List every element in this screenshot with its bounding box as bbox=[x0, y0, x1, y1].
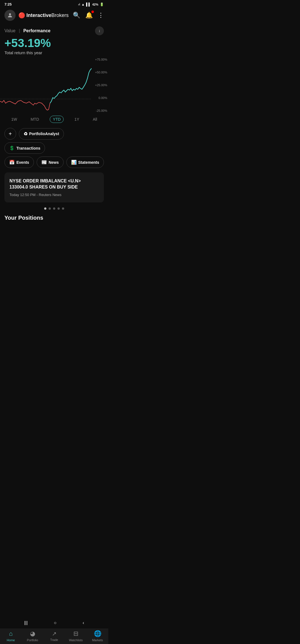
dot-1[interactable] bbox=[44, 207, 46, 210]
battery-icon: 🔋 bbox=[100, 3, 104, 6]
logo-flame-icon: 🔴 bbox=[18, 12, 25, 19]
y-label-50: +50.00% bbox=[92, 71, 107, 74]
notifications-button[interactable]: 🔔 bbox=[85, 12, 93, 19]
header-left: 🔴 InteractiveBrokers bbox=[4, 10, 69, 21]
svg-point-0 bbox=[9, 13, 11, 15]
logo-interactive: Interactive bbox=[26, 13, 51, 18]
time-all[interactable]: All bbox=[90, 116, 100, 123]
performance-label: Total return this year bbox=[4, 50, 104, 55]
app-header: 🔴 InteractiveBrokers 🔍 🔔 ⋮ bbox=[0, 8, 108, 24]
header-actions: 🔍 🔔 ⋮ bbox=[73, 12, 104, 19]
dot-2[interactable] bbox=[49, 207, 51, 210]
logo-brokers: Brokers bbox=[51, 13, 69, 18]
y-label-0: 0.00% bbox=[92, 96, 107, 100]
status-bar: 7:25 ⑁ ▲ ▌▌ 42% 🔋 bbox=[0, 0, 108, 8]
time-1w[interactable]: 1W bbox=[8, 116, 20, 123]
logo-text: InteractiveBrokers bbox=[26, 13, 69, 18]
dot-3[interactable] bbox=[53, 207, 55, 210]
perf-tabs: Value | Performance i bbox=[4, 26, 104, 35]
wifi-icon: ▲ bbox=[81, 3, 85, 6]
info-button[interactable]: i bbox=[95, 26, 104, 35]
news-button[interactable]: 📰 News bbox=[37, 157, 64, 168]
info-icon: i bbox=[99, 29, 100, 33]
portfolio-analyst-icon: ♻ bbox=[24, 131, 28, 137]
performance-value: +53.19% bbox=[4, 36, 104, 50]
status-icons: ⑁ ▲ ▌▌ 42% 🔋 bbox=[78, 3, 104, 6]
bluetooth-icon: ⑁ bbox=[78, 3, 80, 6]
tab-divider: | bbox=[19, 28, 20, 33]
time-1y[interactable]: 1Y bbox=[72, 116, 82, 123]
news-label: News bbox=[49, 160, 59, 165]
battery-level: 42% bbox=[92, 3, 98, 6]
notification-badge bbox=[91, 11, 94, 13]
tab-value[interactable]: Value bbox=[4, 28, 16, 33]
portfolio-analyst-button[interactable]: ♻ PortfolioAnalyst bbox=[19, 128, 64, 140]
add-button[interactable]: + bbox=[4, 128, 16, 140]
y-label-neg25: -25.00% bbox=[92, 109, 107, 112]
transactions-icon: 💲 bbox=[9, 145, 15, 151]
transactions-label: Transactions bbox=[16, 146, 40, 150]
events-icon: 📅 bbox=[9, 160, 15, 165]
action-row-1: + ♻ PortfolioAnalyst 💲 Transactions bbox=[0, 127, 108, 157]
time-ytd[interactable]: YTD bbox=[50, 116, 64, 123]
search-button[interactable]: 🔍 bbox=[73, 12, 80, 19]
signal-icon: ▌▌ bbox=[86, 3, 91, 6]
news-card[interactable]: NYSE ORDER IMBALANCE <U.N> 133004.0 SHAR… bbox=[4, 172, 104, 202]
performance-section: Value | Performance i +53.19% Total retu… bbox=[0, 24, 108, 55]
tab-performance[interactable]: Performance bbox=[23, 28, 51, 33]
portfolio-analyst-label: PortfolioAnalyst bbox=[29, 132, 59, 136]
news-title: NYSE ORDER IMBALANCE <U.N> 133004.0 SHAR… bbox=[9, 178, 99, 190]
y-label-25: +25.00% bbox=[92, 83, 107, 87]
y-label-75: +75.00% bbox=[92, 58, 107, 61]
time-range-selector: 1W MTD YTD 1Y All bbox=[0, 113, 108, 127]
news-icon: 📰 bbox=[41, 160, 47, 165]
positions-section-title: Your Positions bbox=[0, 214, 108, 224]
action-row-2: 📅 Events 📰 News 📊 Statements bbox=[0, 157, 108, 171]
pagination-dots bbox=[0, 205, 108, 214]
time-mtd[interactable]: MTD bbox=[28, 116, 42, 123]
dot-4[interactable] bbox=[58, 207, 60, 210]
performance-chart[interactable]: +75.00% +50.00% +25.00% 0.00% -25.00% bbox=[0, 57, 108, 113]
statements-button[interactable]: 📊 Statements bbox=[66, 157, 104, 168]
more-menu-button[interactable]: ⋮ bbox=[98, 12, 104, 19]
chart-y-labels: +75.00% +50.00% +25.00% 0.00% -25.00% bbox=[92, 57, 108, 113]
dot-5[interactable] bbox=[62, 207, 64, 210]
statements-label: Statements bbox=[78, 160, 99, 165]
transactions-button[interactable]: 💲 Transactions bbox=[4, 142, 45, 154]
events-label: Events bbox=[16, 160, 29, 165]
status-time: 7:25 bbox=[4, 2, 12, 6]
statements-icon: 📊 bbox=[71, 160, 77, 165]
news-meta: Today 12:50 PM - Reuters News bbox=[9, 193, 99, 197]
chart-svg bbox=[0, 57, 92, 113]
events-button[interactable]: 📅 Events bbox=[4, 157, 34, 168]
app-logo: 🔴 InteractiveBrokers bbox=[18, 12, 69, 19]
user-avatar[interactable] bbox=[4, 10, 16, 21]
